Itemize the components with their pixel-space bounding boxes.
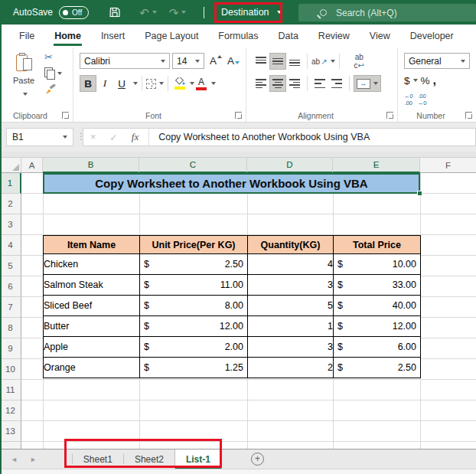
- tab-view[interactable]: View: [360, 25, 400, 47]
- align-left-button[interactable]: [253, 75, 269, 92]
- select-all-corner[interactable]: [0, 158, 21, 173]
- save-button[interactable]: [109, 6, 121, 18]
- cell-item[interactable]: Apple: [44, 337, 140, 358]
- underline-dropdown-icon[interactable]: [133, 82, 138, 85]
- redo-button[interactable]: ↷: [169, 7, 187, 18]
- sheet-tab-sheet1[interactable]: Sheet1: [73, 449, 123, 469]
- row-header-8[interactable]: 8: [0, 318, 21, 338]
- clipboard-dialog-launcher-icon[interactable]: [62, 112, 69, 119]
- paste-button[interactable]: Paste: [8, 53, 40, 99]
- number-dialog-launcher-icon[interactable]: [465, 112, 472, 119]
- col-header-b[interactable]: B: [43, 158, 139, 173]
- format-painter-button[interactable]: [44, 84, 57, 96]
- cell-total[interactable]: $6.00: [334, 337, 421, 358]
- cell-title-b1[interactable]: Copy Worksheet to Another Workbook Using…: [43, 173, 420, 194]
- align-middle-button[interactable]: [269, 53, 286, 70]
- autosave-toggle[interactable]: Off: [59, 6, 89, 19]
- row-header-2[interactable]: 2: [0, 194, 21, 214]
- selection-fill-handle[interactable]: [417, 191, 422, 196]
- new-sheet-button[interactable]: +: [251, 453, 264, 466]
- col-header-a[interactable]: A: [21, 158, 43, 173]
- row-header-4[interactable]: 4: [0, 235, 21, 256]
- decrease-indent-button[interactable]: [311, 75, 328, 92]
- increase-decimal-button[interactable]: ←0 .00: [404, 93, 413, 106]
- cell-item[interactable]: Sliced Beef: [44, 296, 140, 316]
- row-header-14[interactable]: 14: [0, 442, 21, 449]
- sheet-tab-sheet2[interactable]: Sheet2: [124, 449, 174, 469]
- alignment-dialog-launcher-icon[interactable]: [386, 112, 393, 119]
- borders-button[interactable]: [146, 79, 164, 89]
- cell-item[interactable]: Orange: [44, 358, 140, 378]
- cancel-button[interactable]: ×: [90, 132, 96, 142]
- row-header-7[interactable]: 7: [0, 297, 21, 318]
- bold-button[interactable]: B: [80, 75, 96, 92]
- col-header-c[interactable]: C: [139, 158, 247, 173]
- cell-quantity[interactable]: 3: [248, 275, 334, 296]
- cell-quantity[interactable]: 5: [248, 296, 334, 316]
- search-input[interactable]: Search (Alt+Q): [298, 4, 476, 21]
- tab-home[interactable]: Home: [44, 25, 91, 47]
- font-color-button[interactable]: A: [194, 77, 208, 90]
- cell-quantity[interactable]: 3: [248, 337, 334, 358]
- sheet-tab-list-1[interactable]: List-1: [174, 449, 222, 469]
- cell-item[interactable]: Butter: [44, 316, 140, 337]
- formula-input[interactable]: Copy Worksheet to Another Workbook Using…: [158, 132, 370, 142]
- col-header-f[interactable]: F: [420, 158, 476, 173]
- cell-unit-price[interactable]: $11.00: [140, 275, 248, 296]
- tab-insert[interactable]: Insert: [91, 25, 135, 47]
- wrap-text-button[interactable]: ab c↩: [354, 54, 364, 70]
- tab-developer[interactable]: Developer: [400, 25, 464, 47]
- row-header-10[interactable]: 10: [0, 359, 21, 380]
- cell-unit-price[interactable]: $2.00: [140, 337, 248, 358]
- header-unit-price[interactable]: Unit Price(Per KG): [140, 236, 248, 254]
- insert-function-button[interactable]: fx: [132, 131, 139, 143]
- tab-data[interactable]: Data: [268, 25, 308, 47]
- cell-total[interactable]: $40.00: [334, 296, 421, 316]
- decrease-decimal-button[interactable]: .00 →0: [418, 93, 427, 106]
- cell-total[interactable]: $10.00: [334, 254, 421, 275]
- orientation-button[interactable]: ab↗: [311, 57, 335, 66]
- merge-center-button[interactable]: ↔: [354, 75, 381, 92]
- font-dialog-launcher-icon[interactable]: [235, 112, 242, 119]
- fill-color-button[interactable]: [172, 77, 187, 90]
- comma-style-button[interactable]: ,: [433, 74, 436, 87]
- font-name-select[interactable]: Calibri: [80, 53, 170, 69]
- row-header-11[interactable]: 11: [0, 380, 21, 400]
- row-header-9[interactable]: 9: [0, 338, 21, 359]
- italic-button[interactable]: I: [96, 75, 113, 92]
- tab-formulas[interactable]: Formulas: [208, 25, 268, 47]
- row-header-6[interactable]: 6: [0, 276, 21, 297]
- cell-item[interactable]: Salmon Steak: [44, 275, 140, 296]
- undo-button[interactable]: ↶: [139, 7, 157, 18]
- quick-access-customize-button[interactable]: [200, 7, 207, 18]
- cell-total[interactable]: $2.50: [334, 358, 421, 378]
- align-top-button[interactable]: [253, 53, 269, 70]
- tab-page-layout[interactable]: Page Layout: [135, 25, 208, 47]
- name-box[interactable]: B1: [6, 128, 73, 146]
- cell-unit-price[interactable]: $1.25: [140, 358, 248, 378]
- accounting-format-button[interactable]: $: [404, 75, 418, 87]
- increase-font-button[interactable]: A: [210, 55, 222, 67]
- cell-total[interactable]: $33.00: [334, 275, 421, 296]
- header-quantity[interactable]: Quantity(KG): [248, 236, 334, 254]
- header-item-name[interactable]: Item Name: [44, 236, 140, 254]
- decrease-font-button[interactable]: A: [227, 55, 240, 67]
- increase-indent-button[interactable]: [328, 75, 345, 92]
- header-total-price[interactable]: Total Price: [334, 236, 421, 254]
- align-center-button[interactable]: [269, 75, 286, 92]
- cell-unit-price[interactable]: $12.00: [140, 316, 248, 337]
- row-header-1[interactable]: 1: [0, 173, 21, 194]
- row-header-12[interactable]: 12: [0, 400, 21, 421]
- font-size-select[interactable]: 14: [172, 53, 204, 69]
- cell-total[interactable]: $12.00: [334, 316, 421, 337]
- col-header-e[interactable]: E: [333, 158, 420, 173]
- cell-item[interactable]: Chicken: [44, 254, 140, 275]
- cell-unit-price[interactable]: $8.00: [140, 296, 248, 316]
- align-right-button[interactable]: [286, 75, 303, 92]
- next-sheet-button[interactable]: ►: [30, 449, 37, 469]
- row-header-3[interactable]: 3: [0, 214, 21, 235]
- cut-button[interactable]: ✂: [44, 52, 53, 62]
- cell-quantity[interactable]: 1: [248, 316, 334, 337]
- tab-review[interactable]: Review: [308, 25, 360, 47]
- cell-quantity[interactable]: 2: [248, 358, 334, 378]
